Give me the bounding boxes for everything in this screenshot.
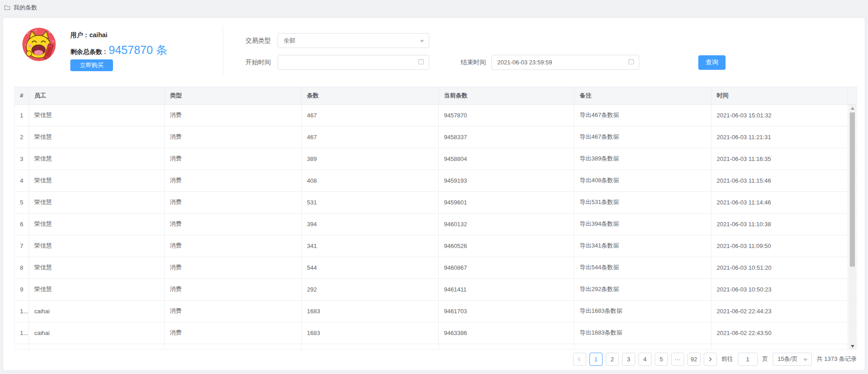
page-more-button[interactable]: ···	[671, 353, 684, 366]
table-cell	[15, 344, 29, 350]
goto-page-input[interactable]	[738, 353, 758, 366]
vertical-scrollbar[interactable]	[848, 105, 856, 350]
table-cell	[29, 344, 164, 350]
page-button-4[interactable]: 4	[638, 353, 652, 366]
prev-page-button[interactable]	[573, 353, 586, 366]
table-cell: 9	[15, 278, 29, 300]
table-cell: 导出544条数据	[574, 257, 711, 278]
start-time-field[interactable]	[278, 55, 429, 70]
table-cell: 9458337	[438, 126, 574, 148]
table-cell: 2021-06-03 11:10:38	[711, 213, 848, 235]
query-button[interactable]: 查询	[698, 55, 726, 70]
table-cell	[711, 344, 848, 350]
page-title: 我的条数	[14, 4, 37, 12]
page-button-2[interactable]: 2	[606, 353, 619, 366]
table-cell: 1	[15, 104, 29, 126]
table-cell: 2021-06-03 11:15:46	[711, 170, 848, 191]
table-cell: 荣佳慧	[29, 170, 164, 191]
table-cell: 导出1683条数据	[574, 322, 711, 344]
table-cell: 消费	[164, 235, 301, 257]
table-cell: 467	[301, 104, 438, 126]
transaction-type-value: 全部	[284, 37, 420, 45]
table-cell: 6	[15, 213, 29, 235]
table-cell: 9463386	[438, 322, 574, 344]
remaining-label: 剩余总条数 :	[70, 48, 106, 56]
table-cell: 消费	[164, 191, 301, 213]
calendar-icon[interactable]	[628, 58, 634, 66]
page-size-select[interactable]: 15条/页	[773, 353, 812, 366]
scroll-up-arrow-icon[interactable]	[848, 105, 856, 112]
column-header: 备注	[574, 87, 711, 104]
table-row: 5荣佳慧消费5319459601导出531条数据2021-06-03 11:14…	[15, 191, 857, 213]
header-gutter	[848, 87, 857, 104]
table-cell: 消费	[164, 213, 301, 235]
page-button-92[interactable]: 92	[687, 353, 701, 366]
table-cell	[574, 344, 711, 350]
table-cell: 9460132	[438, 213, 574, 235]
table-cell	[301, 344, 438, 350]
chevron-down-icon	[420, 37, 424, 44]
chevron-down-icon	[803, 356, 808, 363]
table-cell: 2021-06-03 11:09:50	[711, 235, 848, 257]
page-button-5[interactable]: 5	[655, 353, 668, 366]
table-row: 2荣佳慧消费4679458337导出467条数据2021-06-03 11:21…	[15, 126, 857, 148]
table-cell: 荣佳慧	[29, 213, 164, 235]
table-cell: 导出1683条数据	[574, 300, 711, 322]
table-cell: 导出292条数据	[574, 278, 711, 300]
remaining-value: 9457870 条	[109, 43, 167, 58]
lucky-cat-avatar-image	[22, 28, 56, 61]
table-cell: 544	[301, 257, 438, 278]
table-cell: 导出389条数据	[574, 148, 711, 170]
scrollbar-thumb[interactable]	[850, 112, 855, 267]
page-size-value: 15条/页	[778, 355, 800, 363]
page-button-1[interactable]: 1	[589, 353, 603, 366]
table-cell: 7	[15, 235, 29, 257]
table-cell: 2021-06-03 11:14:46	[711, 191, 848, 213]
table-row: 4荣佳慧消费4089459193导出408条数据2021-06-03 11:15…	[15, 170, 857, 191]
table-cell: 荣佳慧	[29, 191, 164, 213]
transaction-type-label: 交易类型	[245, 33, 274, 48]
table-cell: 9460526	[438, 235, 574, 257]
table-cell: 消费	[164, 300, 301, 322]
start-time-input[interactable]	[284, 59, 418, 66]
goto-label: 前往	[721, 355, 733, 363]
scroll-down-arrow-icon[interactable]	[848, 343, 856, 350]
table-cell: 9460867	[438, 257, 574, 278]
table-cell: 9457870	[438, 104, 574, 126]
table-cell: 导出467条数据	[574, 104, 711, 126]
table-cell: 9461703	[438, 300, 574, 322]
table-cell	[164, 344, 301, 350]
table-cell: 341	[301, 235, 438, 257]
end-time-input[interactable]	[497, 59, 628, 66]
table-cell: caihai	[29, 300, 164, 322]
table-row: 7荣佳慧消费3419460526导出341条数据2021-06-03 11:09…	[15, 235, 857, 257]
pagination: 12345···92 前往 页 15条/页 共 1373 条记录	[573, 352, 857, 366]
table-cell: 消费	[164, 257, 301, 278]
table-cell: 531	[301, 191, 438, 213]
table-cell	[438, 344, 574, 350]
page-button-3[interactable]: 3	[622, 353, 635, 366]
end-time-field[interactable]	[491, 55, 639, 70]
table-cell: 荣佳慧	[29, 126, 164, 148]
table-cell: 消费	[164, 126, 301, 148]
table-cell: 消费	[164, 322, 301, 344]
calendar-icon[interactable]	[418, 58, 424, 66]
table-cell: 2021-06-02 22:43:50	[711, 322, 848, 344]
table-cell: 消费	[164, 148, 301, 170]
table-cell: caihai	[29, 322, 164, 344]
table-cell: 2021-06-03 10:50:23	[711, 278, 848, 300]
table-cell: 467	[301, 126, 438, 148]
table-row-partial	[15, 344, 857, 350]
buy-now-button[interactable]: 立即购买	[70, 59, 113, 71]
next-page-button[interactable]	[704, 353, 717, 366]
table-row: 1荣佳慧消费4679457870导出467条数据2021-06-03 15:01…	[15, 104, 857, 126]
table-header-row: #员工类型条数当前条数备注时间	[15, 87, 857, 104]
remaining-count: 剩余总条数 : 9457870 条	[70, 43, 167, 58]
table-cell: 荣佳慧	[29, 278, 164, 300]
table-cell: 荣佳慧	[29, 148, 164, 170]
transaction-type-select[interactable]: 全部	[278, 33, 429, 48]
table-cell: 8	[15, 257, 29, 278]
table-cell: 导出531条数据	[574, 191, 711, 213]
user-name: 用户：caihai	[70, 31, 108, 39]
table-cell: 2	[15, 126, 29, 148]
